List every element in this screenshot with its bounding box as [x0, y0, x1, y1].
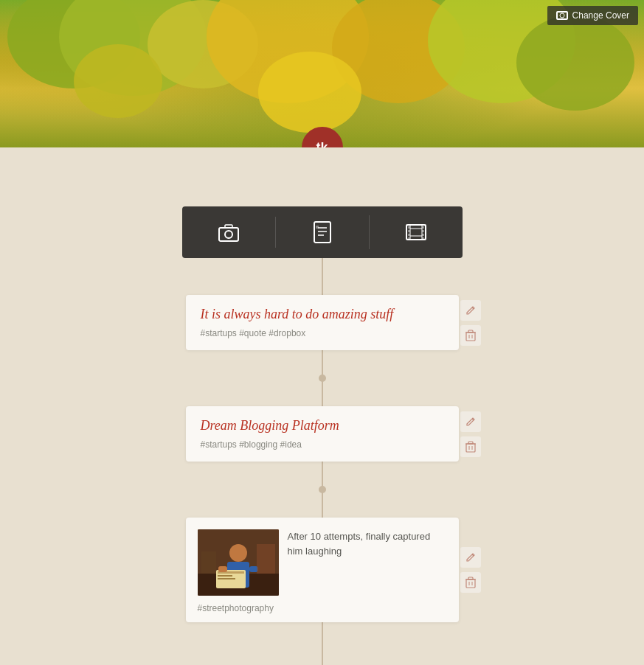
connector-1 — [0, 372, 644, 384]
trash-icon-2 — [465, 441, 476, 453]
connector-line-top — [322, 258, 323, 273]
edit-button-3[interactable] — [460, 547, 481, 568]
photo-tags: #streetphotography — [198, 603, 447, 613]
svg-rect-3 — [314, 222, 330, 243]
toolbar-strip — [182, 206, 463, 258]
svg-rect-16 — [408, 237, 410, 240]
add-video-button[interactable] — [370, 216, 463, 248]
entry-actions-2 — [460, 411, 481, 457]
svg-rect-52 — [218, 578, 235, 579]
svg-point-47 — [229, 544, 247, 562]
delete-button-3[interactable] — [460, 572, 481, 593]
svg-rect-51 — [218, 575, 232, 577]
trash-icon — [465, 330, 476, 341]
svg-rect-26 — [466, 332, 475, 341]
photo-thumbnail — [198, 529, 279, 596]
edit-icon-3 — [465, 552, 476, 563]
avatar-initials: tk — [316, 140, 328, 148]
entry-card-1: It is always hard to do amazing stuff #s… — [186, 295, 459, 350]
delete-button-1[interactable] — [460, 325, 481, 346]
photo-caption: After 10 attempts, finally captured him … — [288, 529, 447, 558]
camera-icon — [556, 11, 568, 20]
svg-rect-2 — [225, 225, 232, 228]
change-cover-button[interactable]: Change Cover — [547, 6, 638, 25]
svg-rect-20 — [422, 237, 424, 240]
film-icon — [405, 222, 427, 243]
change-cover-label: Change Cover — [572, 10, 629, 21]
cover-area: Change Cover tk — [0, 0, 644, 147]
svg-rect-7 — [316, 226, 319, 229]
document-icon — [313, 221, 332, 243]
svg-rect-53 — [218, 566, 227, 572]
entry-row-2: Dream Blogging Platform #startups #blogg… — [0, 406, 644, 462]
svg-point-1 — [225, 231, 232, 238]
svg-rect-56 — [201, 551, 216, 574]
svg-rect-18 — [422, 230, 424, 232]
edit-button-2[interactable] — [460, 411, 481, 432]
svg-rect-55 — [257, 544, 275, 574]
svg-rect-58 — [466, 579, 475, 588]
entry-actions-3 — [460, 547, 481, 593]
entry-tags-1: #startups #quote #dropbox — [201, 328, 444, 338]
svg-rect-38 — [468, 442, 473, 444]
add-text-button[interactable] — [276, 215, 370, 249]
entry-tags-2: #startups #blogging #idea — [201, 439, 444, 450]
entry-title-1: It is always hard to do amazing stuff — [201, 307, 444, 322]
svg-rect-17 — [422, 226, 424, 229]
entry-title-2: Dream Blogging Platform — [201, 418, 444, 434]
camera-icon — [218, 223, 240, 242]
edit-button-1[interactable] — [460, 300, 481, 321]
edit-icon — [465, 305, 476, 316]
edit-icon-2 — [465, 417, 476, 427]
avatar: tk — [302, 127, 343, 147]
svg-rect-36 — [466, 444, 475, 452]
add-photo-button[interactable] — [182, 217, 276, 248]
entry-row-3: After 10 attempts, finally captured him … — [0, 518, 644, 622]
trash-icon-3 — [465, 577, 476, 588]
entry-actions-1 — [460, 300, 481, 346]
svg-rect-0 — [219, 228, 238, 241]
photo-caption-area: After 10 attempts, finally captured him … — [288, 529, 447, 558]
connector-2 — [0, 484, 644, 495]
svg-rect-28 — [468, 330, 473, 332]
svg-rect-15 — [408, 234, 410, 236]
entry-card-2: Dream Blogging Platform #startups #blogg… — [186, 406, 459, 462]
svg-rect-19 — [422, 234, 424, 236]
svg-rect-13 — [408, 226, 410, 229]
svg-rect-60 — [468, 577, 473, 579]
avatar-container: tk — [302, 127, 343, 147]
svg-rect-14 — [408, 230, 410, 232]
entry-row: It is always hard to do amazing stuff #s… — [0, 295, 644, 350]
main-content: It is always hard to do amazing stuff #s… — [0, 273, 644, 665]
entry-card-3: After 10 attempts, finally captured him … — [186, 518, 459, 622]
delete-button-2[interactable] — [460, 436, 481, 457]
photo-entry-inner: After 10 attempts, finally captured him … — [198, 529, 447, 596]
